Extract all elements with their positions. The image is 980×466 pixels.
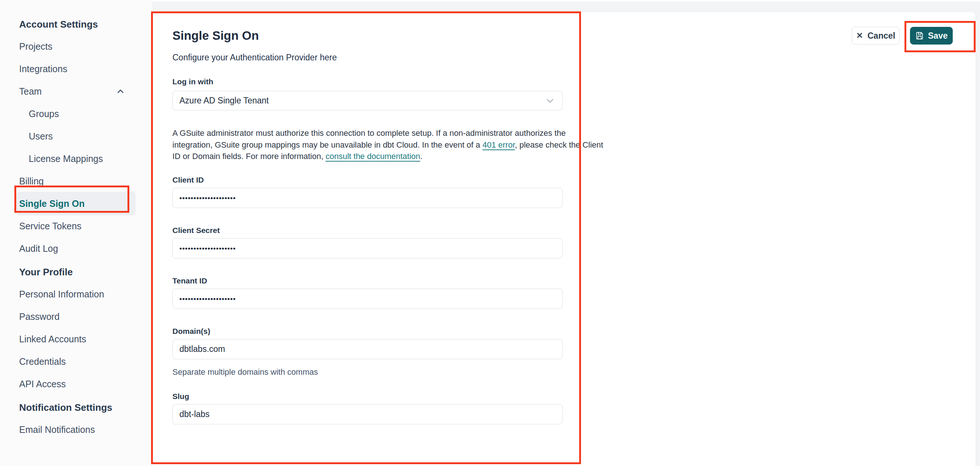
sidebar-item-single-sign-on[interactable]: Single Sign On	[19, 198, 130, 209]
client-id-label: Client ID	[172, 175, 563, 185]
sso-settings-card: Single Sign On Configure your Authentica…	[152, 12, 975, 466]
sidebar-item-label: Team	[19, 86, 41, 97]
chevron-up-icon[interactable]	[116, 87, 125, 96]
note-line: A GSuite administrator must authorize th…	[172, 127, 585, 139]
link-401-error[interactable]: 401 error	[482, 140, 515, 149]
sidebar-item-label: Projects	[19, 41, 52, 52]
cancel-button[interactable]: ✕ Cancel	[852, 27, 900, 44]
sidebar-item-label: Credentials	[19, 356, 65, 367]
sso-fields: Client ID••••••••••••••••••••Client Secr…	[172, 175, 563, 442]
client-id-field-block: Client ID••••••••••••••••••••	[172, 175, 563, 208]
close-icon: ✕	[856, 32, 863, 40]
slug-label: Slug	[172, 392, 563, 401]
sidebar-item-label: Users	[29, 131, 52, 141]
sidebar-item-label: Single Sign On	[19, 198, 85, 209]
sidebar-item-label: Integrations	[19, 64, 67, 74]
sidebar-item-password[interactable]: Password	[19, 311, 130, 322]
page-title: Single Sign On	[172, 29, 259, 43]
sidebar-section-account-settings: Account Settings	[19, 18, 152, 30]
link-consult-the-documentation[interactable]: consult the documentation	[326, 152, 420, 161]
gsuite-admin-note: A GSuite administrator must authorize th…	[172, 127, 585, 162]
sidebar-section-your-profile: Your Profile	[19, 266, 152, 278]
client-secret-input[interactable]: ••••••••••••••••••••	[172, 238, 563, 258]
sidebar-item-personal-information[interactable]: Personal Information	[19, 288, 130, 300]
domain-s-label: Domain(s)	[172, 327, 563, 336]
save-button[interactable]: Save	[910, 27, 953, 44]
page-subtitle: Configure your Authentication Provider h…	[172, 52, 337, 63]
sidebar-item-api-access[interactable]: API Access	[19, 379, 130, 390]
domain-s-input[interactable]: dbtlabs.com	[172, 339, 563, 359]
sidebar-item-label: Service Tokens	[19, 221, 81, 231]
sidebar-item-label: License Mappings	[29, 154, 103, 164]
slug-input[interactable]: dbt-labs	[172, 404, 563, 425]
sidebar-item-projects[interactable]: Projects	[19, 41, 130, 52]
domain-s-helper-text: Separate multiple domains with commas	[172, 367, 563, 377]
chevron-down-icon	[544, 95, 555, 106]
sidebar-item-label: Groups	[29, 109, 59, 119]
settings-sidebar: Account SettingsProjectsIntegrationsTeam…	[0, 0, 152, 466]
sidebar-item-label: Personal Information	[19, 289, 104, 299]
cancel-button-label: Cancel	[868, 31, 895, 41]
sidebar-item-label: Audit Log	[19, 243, 58, 254]
tenant-id-label: Tenant ID	[172, 276, 563, 285]
sidebar-item-label: Billing	[19, 176, 44, 186]
tenant-id-field-block: Tenant ID••••••••••••••••••••	[172, 276, 563, 309]
slug-field-block: Slugdbt-labs	[172, 392, 563, 425]
sidebar-item-team[interactable]: Team	[19, 86, 130, 97]
sidebar-item-groups[interactable]: Groups	[19, 108, 139, 119]
sidebar-item-license-mappings[interactable]: License Mappings	[19, 153, 139, 164]
note-line: integration, GSuite group mappings may b…	[172, 139, 585, 151]
sidebar-item-label: Password	[19, 311, 60, 322]
account-settings-page: Account SettingsProjectsIntegrationsTeam…	[0, 0, 980, 466]
sidebar-item-label: Email Notifications	[19, 425, 95, 435]
save-disk-icon	[915, 31, 924, 40]
client-secret-field-block: Client Secret••••••••••••••••••••	[172, 226, 563, 258]
sidebar-item-integrations[interactable]: Integrations	[19, 63, 130, 74]
save-button-label: Save	[928, 31, 948, 41]
sidebar-item-users[interactable]: Users	[19, 131, 139, 142]
client-secret-label: Client Secret	[172, 226, 563, 235]
sidebar-item-billing[interactable]: Billing	[19, 176, 130, 187]
domain-s-field-block: Domain(s)dbtlabs.comSeparate multiple do…	[172, 327, 563, 377]
auth-provider-select[interactable]: Azure AD Single Tenant	[172, 91, 563, 111]
sidebar-item-linked-accounts[interactable]: Linked Accounts	[19, 333, 130, 344]
sidebar-item-label: Linked Accounts	[19, 334, 86, 344]
log-in-with-label: Log in with	[172, 77, 213, 87]
sidebar-item-service-tokens[interactable]: Service Tokens	[19, 220, 130, 231]
sidebar-section-notification-settings: Notification Settings	[19, 402, 152, 414]
sidebar-item-audit-log[interactable]: Audit Log	[19, 243, 130, 254]
note-line: ID or Domain fields. For more informatio…	[172, 151, 585, 162]
tenant-id-input[interactable]: ••••••••••••••••••••	[172, 288, 563, 309]
sidebar-item-email-notifications[interactable]: Email Notifications	[19, 424, 130, 435]
sidebar-item-label: API Access	[19, 379, 65, 389]
auth-provider-selected-value: Azure AD Single Tenant	[180, 96, 269, 106]
client-id-input[interactable]: ••••••••••••••••••••	[172, 188, 563, 208]
sidebar-item-credentials[interactable]: Credentials	[19, 356, 130, 367]
